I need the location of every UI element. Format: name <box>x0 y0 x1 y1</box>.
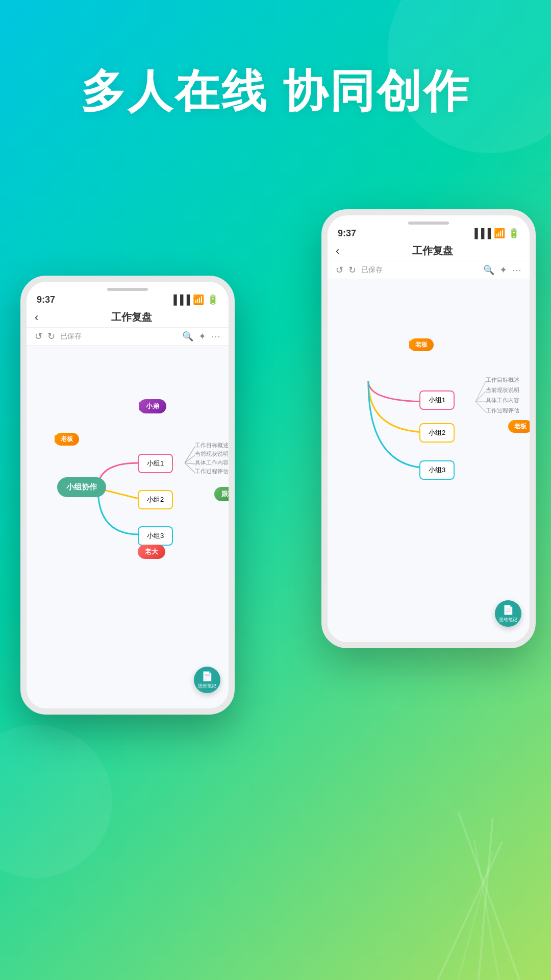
branch1-front: 工作目标概述 <box>195 442 229 449</box>
status-icons-front: ▐▐▐ 📶 🔋 <box>170 294 218 305</box>
undo-icon-back[interactable]: ↺ <box>336 264 343 276</box>
tag-boss2-back: 老板 <box>508 420 530 433</box>
wifi-icon-front: 📶 <box>193 294 204 305</box>
note-fab-icon-back: 📄 <box>503 604 514 616</box>
battery-icon-front: 🔋 <box>207 294 218 305</box>
tag-boss-front: 老板 <box>55 433 79 446</box>
svg-line-1 <box>475 391 486 402</box>
more-icon-back[interactable]: ⋯ <box>512 264 521 276</box>
mindmap-canvas-back: 老板 小组1 工作目标概述 当前现状说明 具体工作内容 工作过程评估 老板 小组… <box>328 279 530 642</box>
signal-icon-back: ▐▐▐ <box>471 228 491 239</box>
status-bar-back: 9:37 ▐▐▐ 📶 🔋 <box>328 225 530 241</box>
saved-status-back: 已保存 <box>361 265 383 275</box>
branch2-back: 当前现状说明 <box>486 386 519 394</box>
note-fab-label-back: 思维笔记 <box>499 617 517 623</box>
nav-title-front: 工作复盘 <box>42 310 220 324</box>
branch1-back: 工作目标概述 <box>486 376 519 384</box>
phones-area: 9:37 ▐▐▐ 📶 🔋 ‹ 工作复盘 ↺ ↻ 已保存 🔍 ✦ ⋯ <box>0 194 551 980</box>
toolbar-back: ↺ ↻ 已保存 🔍 ✦ ⋯ <box>328 261 530 279</box>
toolbar-front: ↺ ↻ 已保存 🔍 ✦ ⋯ <box>27 328 229 346</box>
svg-line-0 <box>475 381 486 402</box>
status-time-back: 9:37 <box>338 228 356 239</box>
center-node-front: 小组协作 <box>57 477 106 497</box>
group3-node-back: 小组3 <box>419 460 455 480</box>
curves-svg-front <box>27 346 229 708</box>
nav-bar-front: ‹ 工作复盘 <box>27 307 229 328</box>
branch3-front: 具体工作内容 <box>195 459 229 467</box>
note-fab-back[interactable]: 📄 思维笔记 <box>495 600 521 627</box>
battery-icon-back: 🔋 <box>508 228 519 239</box>
phone-back: 9:37 ▐▐▐ 📶 🔋 ‹ 工作复盘 ↺ ↻ 已保存 🔍 ✦ ⋯ <box>321 209 536 648</box>
note-fab-label-front: 思维笔记 <box>198 683 216 690</box>
tag-big-front: 老大 <box>138 545 165 559</box>
note-fab-front[interactable]: 📄 思维笔记 <box>194 667 220 693</box>
wifi-icon-back: 📶 <box>494 228 505 239</box>
nav-title-back: 工作复盘 <box>343 244 521 258</box>
back-button-front[interactable]: ‹ <box>35 311 38 324</box>
more-icon-front[interactable]: ⋯ <box>211 331 220 342</box>
saved-status-front: 已保存 <box>60 332 82 341</box>
tag-boss-back: 老板 <box>409 338 434 351</box>
phone-front: 9:37 ▐▐▐ 📶 🔋 ‹ 工作复盘 ↺ ↻ 已保存 🔍 ✦ ⋯ <box>20 276 235 715</box>
hero-title: 多人在线 协同创作 <box>0 61 551 122</box>
back-button-back[interactable]: ‹ <box>336 244 339 258</box>
branch4-back: 工作过程评估 <box>486 407 519 414</box>
status-icons-back: ▐▐▐ 📶 🔋 <box>471 228 519 239</box>
branch4-front: 工作过程评估 <box>195 468 229 475</box>
group2-node-front: 小组2 <box>138 490 173 509</box>
share-icon-back[interactable]: ✦ <box>499 264 507 276</box>
tag-follow-front: 跟班 <box>214 487 229 501</box>
branch3-back: 具体工作内容 <box>486 397 519 404</box>
signal-icon-front: ▐▐▐ <box>170 295 190 305</box>
nav-bar-back: ‹ 工作复盘 <box>328 241 530 261</box>
status-time-front: 9:37 <box>37 295 55 305</box>
svg-line-5 <box>185 455 195 463</box>
group1-node-back: 小组1 <box>419 390 455 410</box>
svg-line-4 <box>185 447 195 463</box>
branch2-front: 当前现状说明 <box>195 450 229 458</box>
group2-node-back: 小组2 <box>419 423 455 443</box>
search-icon-front[interactable]: 🔍 <box>182 331 193 342</box>
undo-icon-front[interactable]: ↺ <box>35 331 42 342</box>
redo-icon-front[interactable]: ↻ <box>47 331 55 342</box>
svg-line-6 <box>185 463 195 464</box>
mindmap-canvas-front: 小弟 小组协作 老板 小组1 工作目标概述 当前现状说明 具体工作内容 工作过程… <box>27 346 229 708</box>
share-icon-front[interactable]: ✦ <box>198 331 206 342</box>
search-icon-back[interactable]: 🔍 <box>483 264 494 276</box>
redo-icon-back[interactable]: ↻ <box>348 264 356 276</box>
group3-node-front: 小组3 <box>138 526 173 546</box>
note-fab-icon-front: 📄 <box>202 671 213 682</box>
svg-line-3 <box>475 402 486 412</box>
group1-node-front: 小组1 <box>138 454 173 473</box>
tag-little-bro-front: 小弟 <box>139 399 166 413</box>
status-bar-front: 9:37 ▐▐▐ 📶 🔋 <box>27 291 229 307</box>
svg-line-7 <box>185 463 195 473</box>
